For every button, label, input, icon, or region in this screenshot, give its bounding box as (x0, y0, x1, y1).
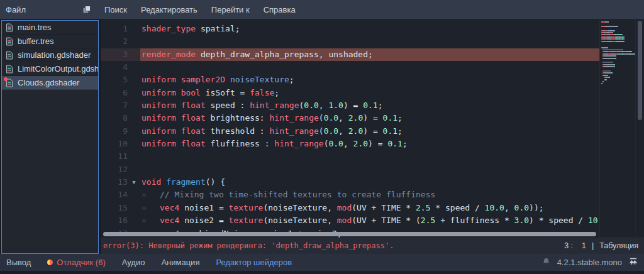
token-kw: mod (337, 216, 352, 225)
code-line-16[interactable]: 16»vec4 noise2 = texture(noiseTexture, m… (101, 214, 599, 227)
token-num: 0.0 (304, 101, 318, 110)
expand-bottom-panel-icon[interactable] (628, 257, 638, 268)
gutter-line-11[interactable]: 11 (101, 150, 140, 163)
bottom-tab-0[interactable]: Вывод (6, 258, 31, 267)
menu-item-2[interactable]: Перейти к (204, 5, 257, 14)
minimap-line-17 (600, 55, 635, 57)
code-line-10[interactable]: 10uniform float fluffiness : hint_range(… (101, 138, 599, 150)
token-num: 2.5 (421, 216, 435, 225)
line-text[interactable]: uniform sampler2D noiseTexture; (140, 74, 599, 86)
code-line-12[interactable]: 12 (101, 163, 599, 176)
line-text[interactable]: »vec4 noise1 = texture(noiseTexture, mod… (140, 202, 599, 214)
token-num: 0.0 (328, 139, 343, 148)
line-text[interactable] (140, 150, 599, 163)
overlapping-windows-icon[interactable] (81, 4, 92, 15)
token-t: , (319, 101, 329, 110)
file-row-3[interactable]: LimitColorOutput.gdsh... (2, 62, 98, 76)
bottom-tab-label: Анимация (161, 258, 199, 267)
gutter-line-10[interactable]: 10 (101, 138, 140, 150)
gutter-line-12[interactable]: 12 (101, 163, 140, 176)
notifications-bell-icon[interactable] (541, 257, 551, 268)
gutter-line-16[interactable]: 16 (101, 214, 140, 227)
code-line-3[interactable]: 3render_mode depth_draw_alpha_prepass, u… (101, 48, 599, 61)
fold-spacer (128, 189, 140, 201)
gutter-line-7[interactable]: 7 (101, 99, 140, 112)
fold-spacer (128, 48, 140, 61)
gutter-line-13[interactable]: 13▼ (101, 176, 140, 189)
token-t: ; (289, 75, 294, 84)
code-line-7[interactable]: 7uniform float speed : hint_range(0.0, 1… (101, 99, 599, 112)
bottom-tab-1[interactable]: Отладчик (6) (47, 258, 105, 267)
indent-type-button[interactable]: Табуляция (599, 241, 638, 250)
file-row-4[interactable]: Clouds.gdshader (2, 76, 98, 90)
fold-spacer (128, 214, 140, 227)
line-text[interactable] (140, 61, 599, 74)
code-minimap[interactable] (599, 19, 635, 238)
gutter-line-14[interactable]: 14 (101, 189, 140, 201)
gutter-line-4[interactable]: 4 (101, 61, 140, 74)
line-text[interactable]: render_mode depth_draw_alpha_prepass, un… (140, 48, 599, 61)
line-text[interactable] (140, 35, 599, 48)
line-text[interactable]: »vec4 noise2 = texture(noiseTexture, mod… (140, 214, 599, 227)
code-area[interactable]: 1shader_type spatial;23render_mode depth… (101, 19, 599, 238)
code-line-9[interactable]: 9uniform float threshold : hint_range(0.… (101, 125, 599, 138)
code-line-8[interactable]: 8uniform float brightness: hint_range(0.… (101, 112, 599, 124)
token-t: )); (529, 203, 543, 212)
line-text[interactable] (140, 163, 599, 176)
code-line-6[interactable]: 6uniform bool isSoft = false; (101, 87, 599, 99)
file-row-2[interactable]: simulation.gdshader (2, 48, 98, 62)
gutter-line-8[interactable]: 8 (101, 112, 140, 124)
gutter-line-2[interactable]: 2 (101, 35, 140, 48)
minimap-extra-row-7 (600, 72, 635, 74)
line-text[interactable]: void fragment() { (140, 176, 599, 189)
token-num: 0.1 (387, 139, 402, 148)
menu-item-3[interactable]: Справка (257, 5, 303, 14)
vertical-scrollbar-thumb[interactable] (638, 21, 642, 120)
code-line-1[interactable]: 1shader_type spatial; (101, 23, 599, 35)
code-line-5[interactable]: 5uniform sampler2D noiseTexture; (101, 74, 599, 86)
gutter-line-9[interactable]: 9 (101, 125, 140, 138)
line-text[interactable]: uniform bool isSoft = false; (140, 87, 599, 99)
menu-item-0[interactable]: Поиск (97, 5, 134, 14)
line-text[interactable]: »// Mixing two time-shifted textures to … (140, 189, 599, 201)
code-line-15[interactable]: 15»vec4 noise1 = texture(noiseTexture, m… (101, 202, 599, 214)
minimap-line-8 (600, 36, 635, 38)
code-line-14[interactable]: 14»// Mixing two time-shifted textures t… (101, 189, 599, 201)
code-line-11[interactable]: 11 (101, 150, 599, 163)
fold-arrow-icon[interactable]: ▼ (128, 176, 140, 189)
line-text[interactable]: shader_type spatial; (140, 23, 599, 35)
menu-file[interactable]: Файл (0, 5, 33, 14)
line-text[interactable]: uniform float fluffiness : hint_range(0.… (140, 138, 599, 150)
line-text[interactable]: uniform float brightness: hint_range(0.0… (140, 112, 599, 124)
code-line-2[interactable]: 2 (101, 35, 599, 48)
line-text[interactable]: uniform float threshold : hint_range(0.0… (140, 125, 599, 138)
vertical-scrollbar-track[interactable] (635, 19, 644, 238)
bottom-tab-2[interactable]: Аудио (122, 258, 145, 267)
gutter-line-15[interactable]: 15 (101, 202, 140, 214)
token-t: noise1 = (179, 203, 228, 212)
gutter-line-1[interactable]: 1 (101, 23, 140, 35)
file-row-0[interactable]: main.tres (2, 21, 98, 35)
minimap-segment (604, 72, 611, 74)
token-t: isSoft = (201, 88, 250, 97)
file-name: main.tres (18, 23, 51, 32)
gutter-line-3[interactable]: 3 (101, 48, 140, 61)
gutter-line-6[interactable]: 6 (101, 87, 140, 99)
token-kw: hint_range (274, 139, 323, 148)
line-text[interactable]: uniform float speed : hint_range(0.0, 1.… (140, 99, 599, 112)
token-t: depth_draw_alpha_prepass, unshaded; (196, 50, 373, 59)
bottom-tab-3[interactable]: Анимация (161, 258, 199, 267)
gutter-line-5[interactable]: 5 (101, 74, 140, 86)
bottom-tab-4[interactable]: Редактор шейдеров (216, 258, 292, 267)
menu-item-1[interactable]: Редактировать (134, 5, 204, 14)
minimap-segment (614, 64, 615, 65)
minimap-extra-row-6 (600, 70, 635, 72)
file-row-1[interactable]: buffer.tres (2, 35, 98, 48)
code-line-4[interactable]: 4 (101, 61, 599, 74)
status-divider: | (592, 241, 594, 250)
token-num: 0.0 (324, 113, 338, 123)
horizontal-scrollbar[interactable] (103, 232, 596, 236)
code-line-13[interactable]: 13▼void fragment() { (101, 176, 599, 189)
minimap-segment (611, 51, 616, 52)
token-kw: hint_range (270, 113, 319, 123)
